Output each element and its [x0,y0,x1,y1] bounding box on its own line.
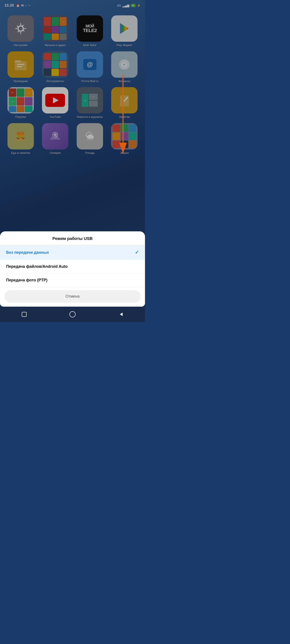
svg-marker-16 [120,312,123,316]
option-file-transfer[interactable]: Передача файлов/Android Auto [0,260,145,274]
cancel-button[interactable]: Отмена [5,290,141,303]
option-photo-transfer-label: Передача фото (PTP) [6,278,48,282]
bottom-sheet: Режим работы USB Без передачи данных ✓ П… [0,231,145,307]
svg-point-15 [70,312,75,317]
option-no-transfer[interactable]: Без передачи данных ✓ [0,245,145,260]
option-file-transfer-label: Передача файлов/Android Auto [6,264,68,269]
option-photo-transfer[interactable]: Передача фото (PTP) [0,274,145,287]
nav-back[interactable] [116,310,125,319]
sheet-title: Режим работы USB [0,231,145,245]
navigation-bar [0,307,145,322]
svg-rect-14 [22,312,26,316]
option-no-transfer-label: Без передачи данных [6,250,49,255]
checkmark-icon: ✓ [135,250,139,255]
nav-home[interactable] [68,310,77,319]
nav-recent-apps[interactable] [20,310,29,319]
